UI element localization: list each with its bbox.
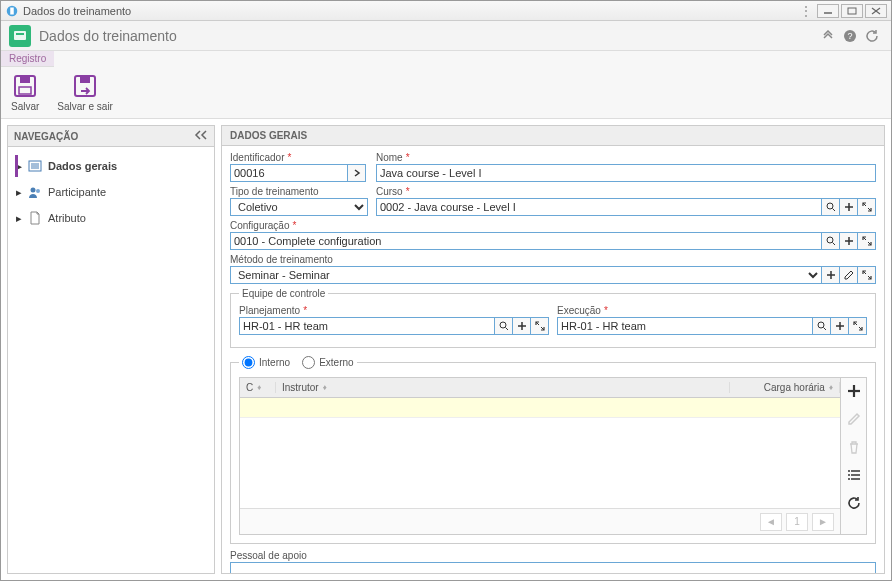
externo-radio[interactable] (302, 356, 315, 369)
module-icon (9, 25, 31, 47)
metodo-expand-button[interactable] (858, 266, 876, 284)
save-exit-button[interactable]: Salvar e sair (53, 71, 117, 114)
bullet-icon: ▸ (16, 186, 22, 199)
svg-line-38 (505, 328, 508, 331)
config-expand-button[interactable] (858, 232, 876, 250)
nav-panel: NAVEGAÇÃO ▸ Dados gerais ▸ Participante (7, 125, 215, 574)
curso-input[interactable] (376, 198, 822, 216)
save-button[interactable]: Salvar (7, 71, 43, 114)
interno-radio-label[interactable]: Interno (242, 356, 290, 369)
config-input[interactable] (230, 232, 822, 250)
exec-search-button[interactable] (813, 317, 831, 335)
svg-rect-7 (16, 33, 24, 35)
svg-point-55 (848, 474, 850, 476)
window-titlebar: Dados do treinamento ⋮ (1, 1, 891, 21)
app-icon (5, 4, 19, 18)
apoio-input[interactable] (230, 562, 876, 574)
nav-item-label: Atributo (48, 212, 86, 224)
tipo-select[interactable]: Coletivo (230, 198, 368, 216)
metodo-edit-button[interactable] (840, 266, 858, 284)
svg-text:?: ? (847, 31, 852, 41)
interno-externo-legend: Interno Externo (239, 354, 357, 371)
ribbon: Registro Salvar Salvar e sair (1, 51, 891, 119)
svg-rect-11 (20, 76, 30, 83)
config-add-button[interactable] (840, 232, 858, 250)
page-header: Dados do treinamento ? (1, 21, 891, 51)
curso-add-button[interactable] (840, 198, 858, 216)
minimize-button[interactable] (817, 4, 839, 18)
ribbon-tab-registro[interactable]: Registro (1, 51, 54, 67)
svg-line-28 (832, 243, 835, 246)
help-icon[interactable]: ? (839, 25, 861, 47)
svg-point-21 (827, 203, 833, 209)
table-edit-button (845, 410, 863, 428)
svg-rect-12 (19, 87, 31, 94)
window-title: Dados do treinamento (23, 5, 799, 17)
nav-item-participante[interactable]: ▸ Participante (8, 179, 214, 205)
exec-expand-button[interactable] (849, 317, 867, 335)
plan-add-button[interactable] (513, 317, 531, 335)
execucao-input[interactable] (557, 317, 813, 335)
config-search-button[interactable] (822, 232, 840, 250)
table-add-button[interactable] (845, 382, 863, 400)
tipo-label: Tipo de treinamento (230, 186, 368, 197)
nome-input[interactable] (376, 164, 876, 182)
equipe-fieldset: Equipe de controle Planejamento (230, 288, 876, 348)
interno-radio[interactable] (242, 356, 255, 369)
window-menu-button[interactable]: ⋮ (799, 4, 813, 18)
curso-label: Curso (376, 186, 876, 197)
refresh-icon[interactable] (861, 25, 883, 47)
save-icon (12, 73, 38, 99)
table-row[interactable] (240, 398, 840, 418)
nav-header: NAVEGAÇÃO (8, 126, 214, 147)
metodo-add-button[interactable] (822, 266, 840, 284)
curso-search-button[interactable] (822, 198, 840, 216)
nav-collapse-icon[interactable] (194, 130, 208, 142)
exec-add-button[interactable] (831, 317, 849, 335)
interno-externo-fieldset: Interno Externo C♦ Instrutor♦ Carga horá… (230, 354, 876, 544)
svg-line-44 (823, 328, 826, 331)
svg-point-56 (848, 478, 850, 480)
table-delete-button (845, 438, 863, 456)
identificador-input[interactable] (230, 164, 348, 182)
document-icon (28, 211, 42, 225)
maximize-button[interactable] (841, 4, 863, 18)
execucao-label: Execução (557, 305, 867, 316)
svg-point-19 (31, 188, 36, 193)
plan-search-button[interactable] (495, 317, 513, 335)
svg-rect-1 (10, 7, 14, 14)
col-instrutor[interactable]: Instrutor♦ (276, 382, 730, 393)
externo-radio-label[interactable]: Externo (302, 356, 353, 369)
sort-icon: ♦ (257, 383, 261, 392)
page-title: Dados do treinamento (39, 28, 817, 44)
table-list-button[interactable] (845, 466, 863, 484)
form-panel: DADOS GERAIS Identificador Nome (221, 125, 885, 574)
metodo-select[interactable]: Seminar - Seminar (230, 266, 822, 284)
collapse-up-icon[interactable] (817, 25, 839, 47)
svg-rect-3 (848, 8, 856, 14)
col-carga[interactable]: Carga horária♦ (730, 382, 840, 393)
table-refresh-button[interactable] (845, 494, 863, 512)
svg-line-22 (832, 209, 835, 212)
plan-expand-button[interactable] (531, 317, 549, 335)
save-label: Salvar (11, 101, 39, 112)
planejamento-input[interactable] (239, 317, 495, 335)
identificador-next-button[interactable] (348, 164, 366, 182)
page-prev-button[interactable]: ◄ (760, 513, 782, 531)
metodo-label: Método de treinamento (230, 254, 876, 265)
svg-point-37 (500, 322, 506, 328)
form-icon (28, 159, 42, 173)
nav-item-atributo[interactable]: ▸ Atributo (8, 205, 214, 231)
page-next-button[interactable]: ► (812, 513, 834, 531)
col-c[interactable]: C♦ (240, 382, 276, 393)
nav-item-dados-gerais[interactable]: ▸ Dados gerais (8, 153, 214, 179)
planejamento-label: Planejamento (239, 305, 549, 316)
close-button[interactable] (865, 4, 887, 18)
apoio-label: Pessoal de apoio (230, 550, 876, 561)
form-section-title: DADOS GERAIS (222, 126, 884, 146)
bullet-icon: ▸ (16, 160, 22, 173)
sort-icon: ♦ (323, 383, 327, 392)
svg-point-43 (818, 322, 824, 328)
bullet-icon: ▸ (16, 212, 22, 225)
curso-expand-button[interactable] (858, 198, 876, 216)
